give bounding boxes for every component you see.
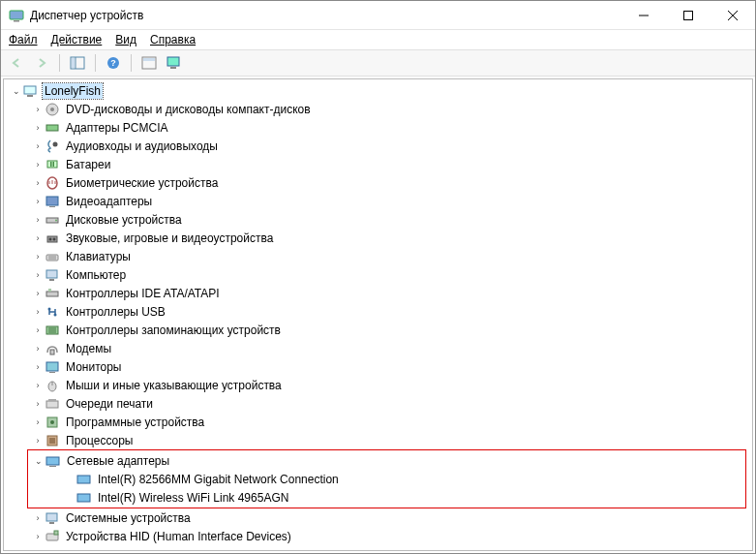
svg-rect-35 xyxy=(46,270,57,278)
svg-rect-44 xyxy=(49,372,55,373)
svg-rect-47 xyxy=(46,401,58,408)
svg-point-39 xyxy=(48,307,51,310)
tree-category[interactable]: ›Мыши и иные указывающие устройства xyxy=(4,376,752,394)
expander-icon[interactable]: › xyxy=(31,362,45,372)
tree-category[interactable]: ›Модемы xyxy=(4,339,752,357)
expander-icon[interactable]: › xyxy=(31,105,45,114)
expander-icon[interactable]: ⌄ xyxy=(10,86,23,96)
tree-category-network[interactable]: ⌄ Сетевые адаптеры xyxy=(28,451,745,470)
titlebar: Диспетчер устройств xyxy=(1,1,755,30)
tree-device-network[interactable]: ▪ Intel(R) 82566MM Gigabit Network Conne… xyxy=(28,470,745,488)
maximize-button[interactable] xyxy=(666,1,711,30)
tree-category[interactable]: ›Адаптеры PCMCIA xyxy=(4,118,752,137)
minimize-button[interactable] xyxy=(621,1,666,30)
expander-icon[interactable]: › xyxy=(31,123,45,133)
svg-rect-26 xyxy=(49,206,55,207)
expander-icon[interactable]: › xyxy=(31,233,45,243)
svg-rect-1 xyxy=(14,20,19,22)
expander-icon[interactable]: › xyxy=(31,513,45,523)
monitor-button[interactable] xyxy=(163,52,186,74)
tree-category[interactable]: ›Компьютер xyxy=(4,265,752,284)
svg-point-50 xyxy=(50,420,54,424)
tree-item-label: Дисковые устройства xyxy=(64,212,184,228)
expander-icon[interactable]: › xyxy=(31,270,45,280)
tree-category[interactable]: ›Аудиовходы и аудиовыходы xyxy=(4,137,752,155)
tree-item-label: Контроллеры USB xyxy=(64,304,167,320)
network-adapter-icon xyxy=(45,453,61,469)
tree-item-label: Мониторы xyxy=(64,359,123,375)
svg-rect-37 xyxy=(46,292,58,296)
svg-rect-52 xyxy=(49,438,55,444)
toolbar-separator xyxy=(131,54,132,72)
svg-rect-3 xyxy=(684,11,693,19)
tree-category[interactable]: ›Видеоадаптеры xyxy=(4,192,752,210)
expander-icon[interactable]: › xyxy=(31,307,45,317)
expander-icon[interactable]: › xyxy=(31,160,45,169)
device-tree[interactable]: ⌄ LonelyFish ›DVD-дисководы и дисководы … xyxy=(3,78,753,551)
expander-icon[interactable]: ⌄ xyxy=(32,456,45,466)
tree-category[interactable]: ›Батареи xyxy=(4,155,752,173)
expander-icon[interactable]: › xyxy=(31,399,45,409)
show-hide-console-tree-button[interactable] xyxy=(66,52,89,74)
computer-icon xyxy=(23,83,39,99)
svg-rect-22 xyxy=(50,162,52,167)
expander-icon[interactable]: › xyxy=(31,532,45,541)
tree-category[interactable]: ›Очереди печати xyxy=(4,394,752,413)
expander-icon[interactable]: › xyxy=(31,436,45,446)
tree-root[interactable]: ⌄ LonelyFish xyxy=(4,81,752,100)
tree-category[interactable]: ›Звуковые, игровые и видеоустройства xyxy=(4,229,752,247)
svg-rect-21 xyxy=(47,161,57,168)
scan-hardware-button[interactable] xyxy=(137,52,161,74)
expander-icon[interactable]: › xyxy=(31,197,45,206)
tree-category[interactable]: ›Мониторы xyxy=(4,357,752,376)
toolbar-separator xyxy=(95,54,96,72)
svg-point-31 xyxy=(53,237,56,240)
menu-view[interactable]: Вид xyxy=(115,33,136,46)
expander-icon[interactable]: › xyxy=(31,252,45,262)
tree-category[interactable]: ›Программные устройства xyxy=(4,413,752,431)
expander-icon[interactable]: › xyxy=(31,344,45,354)
help-button[interactable]: ? xyxy=(102,52,125,74)
menu-action[interactable]: Действие xyxy=(51,33,103,46)
expander-icon[interactable]: › xyxy=(31,215,45,225)
expander-icon[interactable]: › xyxy=(31,289,45,298)
tree-category[interactable]: ›Устройства HID (Human Interface Devices… xyxy=(4,527,752,545)
back-button[interactable] xyxy=(5,52,28,74)
svg-rect-13 xyxy=(167,57,179,66)
tree-item-label: Звуковые, игровые и видеоустройства xyxy=(64,231,275,246)
tree-category[interactable]: ›Процессоры xyxy=(4,431,752,449)
device-category-icon xyxy=(45,304,60,320)
device-category-icon xyxy=(45,120,60,136)
tree-item-label: Мыши и иные указывающие устройства xyxy=(64,378,284,393)
tree-category[interactable]: ›Дисковые устройства xyxy=(4,210,752,229)
device-category-icon xyxy=(45,433,60,448)
tree-category[interactable]: ›Биометрические устройства xyxy=(4,173,752,192)
tree-category[interactable]: ›Контроллеры запоминающих устройств xyxy=(4,321,752,339)
menu-file[interactable]: Файл xyxy=(9,33,38,46)
svg-rect-58 xyxy=(49,522,54,524)
tree-root-label: LonelyFish xyxy=(43,83,103,99)
device-category-icon xyxy=(45,194,60,209)
device-category-icon xyxy=(45,157,60,172)
tree-item-label: Видеоадаптеры xyxy=(64,194,154,209)
close-button[interactable] xyxy=(711,1,755,30)
expander-icon[interactable]: › xyxy=(31,325,45,335)
tree-item-label: Биометрические устройства xyxy=(64,175,220,191)
tree-category[interactable]: ›Системные устройства xyxy=(4,508,752,527)
svg-rect-0 xyxy=(10,11,23,19)
forward-button[interactable] xyxy=(30,52,53,74)
menubar: Файл Действие Вид Справка xyxy=(1,30,755,49)
tree-category[interactable]: ›Клавиатуры xyxy=(4,247,752,265)
menu-help[interactable]: Справка xyxy=(150,33,196,46)
expander-icon[interactable]: › xyxy=(31,417,45,427)
svg-rect-19 xyxy=(46,125,58,131)
tree-item-label: Модемы xyxy=(64,341,113,356)
tree-item-label: Intel(R) Wireless WiFi Link 4965AGN xyxy=(96,490,290,506)
expander-icon[interactable]: › xyxy=(31,178,45,188)
expander-icon[interactable]: › xyxy=(31,141,45,151)
tree-device-network[interactable]: ▪ Intel(R) Wireless WiFi Link 4965AGN xyxy=(28,488,745,507)
expander-icon[interactable]: › xyxy=(31,381,45,390)
tree-category[interactable]: ›Контроллеры IDE ATA/ATAPI xyxy=(4,284,752,302)
tree-category[interactable]: ›DVD-дисководы и дисководы компакт-диско… xyxy=(4,100,752,118)
tree-category[interactable]: ›Контроллеры USB xyxy=(4,302,752,321)
